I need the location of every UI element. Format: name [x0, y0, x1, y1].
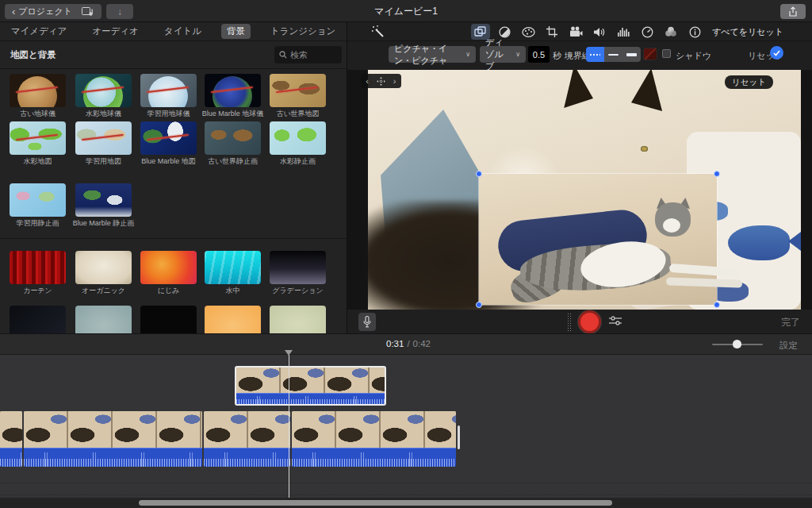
thumb-old-globe[interactable] [10, 74, 66, 107]
section-divider [0, 238, 347, 239]
thumb-blue-marble-globe[interactable] [205, 74, 261, 107]
color-correction-icon[interactable] [519, 24, 538, 40]
border-dotted-button[interactable] [586, 47, 604, 62]
video-clip[interactable] [292, 411, 456, 467]
thumb-learning-globe[interactable] [140, 74, 197, 107]
time-separator: / [407, 339, 409, 348]
thumb-background[interactable] [205, 306, 261, 333]
clip-waveform [0, 448, 22, 467]
thumb-label: 古い世界静止画 [199, 156, 266, 167]
content-tabbar: マイメディア オーディオ タイトル 背景 トランジション [0, 22, 347, 41]
thumb-underwater[interactable] [205, 251, 261, 284]
voiceover-options-icon[interactable] [609, 315, 622, 326]
thumb-background[interactable] [270, 306, 326, 333]
volume-icon[interactable] [590, 24, 609, 40]
border-thin-button[interactable] [604, 47, 622, 62]
thumb-watercolor-map[interactable] [10, 121, 66, 155]
thumb-label: 水彩地球儀 [70, 109, 137, 119]
titlebar: ‹ プロジェクト ↓ マイムービー1 [0, 0, 812, 22]
thumb-label: 学習用地図 [70, 156, 137, 167]
thumb-label: 水中 [199, 286, 266, 296]
overlay-mode-dropdown[interactable]: ピクチャ・イン・ピクチャ ∨ [389, 46, 476, 63]
reset-all-button[interactable]: すべてをリセット [712, 26, 783, 38]
timeline[interactable] [0, 355, 812, 508]
clip-filmstrip [292, 411, 456, 448]
playhead[interactable] [289, 355, 289, 498]
enhance-wand-icon[interactable] [371, 25, 385, 39]
pip-reset-badge[interactable]: リセット [725, 75, 773, 89]
share-icon [788, 6, 798, 17]
noise-reduction-icon[interactable] [614, 24, 633, 40]
audio-level-meter [567, 313, 572, 331]
next-frame-button[interactable]: › [388, 74, 401, 88]
duration-field[interactable]: 0.5 [528, 46, 550, 63]
pip-cat-front-leg [666, 277, 742, 287]
movie-end-handle[interactable] [458, 425, 460, 449]
project-title: マイムービー1 [0, 0, 812, 22]
thumb-label: 水彩地図 [4, 156, 71, 167]
previous-frame-button[interactable]: ‹ [361, 74, 374, 88]
timeline-zoom-slider[interactable] [712, 344, 763, 345]
pip-resize-handle[interactable] [476, 171, 482, 177]
clip-filmstrip [204, 411, 290, 448]
horizontal-scrollbar[interactable] [139, 500, 612, 506]
thumb-blue-marble-still[interactable] [75, 183, 132, 217]
pip-resize-handle[interactable] [714, 171, 720, 177]
reset-check-button[interactable] [770, 46, 783, 60]
share-button[interactable] [780, 4, 806, 19]
video-clip[interactable] [0, 411, 22, 467]
backgrounds-browser: 古い地球儀 水彩地球儀 学習用地球儀 Blue Marble 地球儀 古い世界地… [0, 68, 347, 333]
tab-transitions[interactable]: トランジション [265, 24, 341, 39]
thumb-old-world-still[interactable] [205, 121, 261, 155]
pip-resize-handle[interactable] [476, 302, 482, 308]
search-field[interactable] [274, 46, 342, 64]
thumb-label: Blue Marble 地図 [135, 156, 202, 167]
move-tool-button[interactable] [374, 74, 388, 88]
search-input[interactable] [290, 50, 335, 60]
pip-resize-handle[interactable] [714, 302, 720, 308]
border-thick-button[interactable] [622, 47, 641, 62]
thumb-background[interactable] [140, 306, 197, 333]
voiceover-bar: 完了 [347, 310, 812, 333]
thumb-blue-marble-map[interactable] [140, 121, 197, 155]
video-clip[interactable] [204, 411, 290, 467]
tab-my-media[interactable]: マイメディア [6, 24, 73, 39]
video-clip[interactable] [24, 411, 202, 467]
thumb-curtain[interactable] [10, 251, 66, 284]
crop-icon[interactable] [542, 24, 561, 40]
tab-titles[interactable]: タイトル [159, 24, 207, 39]
chevron-down-icon: ∨ [515, 51, 520, 58]
stabilization-icon[interactable] [566, 24, 585, 40]
thumb-background[interactable] [75, 306, 132, 333]
thumb-organic[interactable] [75, 251, 132, 284]
thumb-gradient[interactable] [270, 251, 326, 284]
transition-dropdown[interactable]: ディゾルブ ∨ [480, 46, 526, 63]
shadow-checkbox[interactable] [662, 49, 671, 58]
info-icon[interactable] [685, 24, 704, 40]
thumb-label: Blue Marble 地球儀 [199, 109, 266, 119]
search-icon [279, 51, 287, 59]
cat-eye [641, 146, 648, 152]
tab-backgrounds[interactable]: 背景 [221, 24, 251, 39]
track-guide [0, 495, 812, 495]
border-style-segmented [586, 47, 641, 62]
thumb-watercolor-globe[interactable] [75, 74, 132, 107]
viewer-stage: ‹ › リセット [347, 70, 812, 310]
thumb-learning-still[interactable] [10, 183, 66, 217]
border-color-well[interactable] [643, 48, 657, 60]
thumb-watercolor-still[interactable] [270, 121, 326, 155]
speed-icon[interactable] [638, 24, 657, 40]
timeline-settings-button[interactable]: 設定 [779, 340, 798, 352]
thumb-background[interactable] [10, 306, 66, 333]
tab-audio[interactable]: オーディオ [86, 24, 144, 39]
done-button[interactable]: 完了 [781, 316, 800, 329]
filters-icon[interactable] [661, 24, 680, 40]
microphone-button[interactable] [358, 313, 376, 331]
thumb-learning-map[interactable] [75, 121, 132, 155]
zoom-slider-thumb[interactable] [733, 340, 741, 348]
picture-in-picture-overlay[interactable] [479, 174, 717, 305]
thumb-old-world-map[interactable] [270, 74, 326, 107]
pip-clip-selected[interactable] [235, 366, 386, 406]
record-voiceover-button[interactable] [578, 310, 601, 333]
thumb-blur[interactable] [140, 251, 197, 284]
